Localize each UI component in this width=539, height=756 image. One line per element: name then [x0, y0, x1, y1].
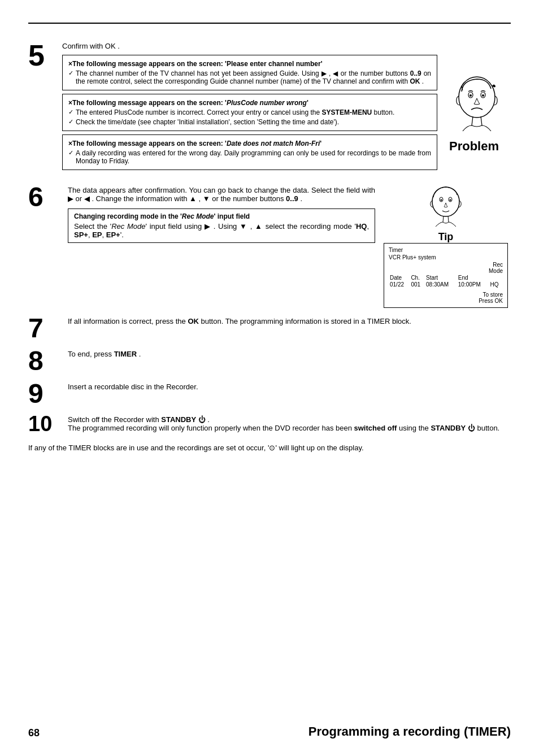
step6-content: The data appears after confirmation. You…: [68, 184, 375, 246]
warning-box-3: ×The following message appears on the sc…: [62, 134, 437, 170]
warning3-title: ×The following message appears on the sc…: [68, 140, 431, 147]
svg-line-13: [448, 216, 449, 222]
checkmark-icon-3: ✓: [68, 118, 73, 126]
step8-number: 8: [28, 347, 62, 375]
step7-block: 7 If all information is correct, press t…: [28, 315, 511, 342]
svg-point-4: [482, 94, 484, 97]
step7-number: 7: [28, 315, 62, 342]
step7-content: If all information is correct, press the…: [68, 315, 511, 342]
step5-left: 5 Confirm with OK . ×The following messa…: [28, 41, 437, 173]
step10-line1: Switch off the Recorder with STANDBY ⏻ .: [68, 415, 511, 424]
step6-area: 6 The data appears after confirmation. Y…: [28, 184, 375, 308]
timer-mode: HQ: [489, 281, 503, 288]
footer-title: Programming a recording (TIMER): [308, 724, 511, 739]
rec-mode-header: RecMode: [389, 262, 503, 274]
warning1-item1: ✓ The channel number of the TV channel h…: [68, 69, 431, 85]
checkmark-icon-4: ✓: [68, 149, 73, 165]
footer-page-number: 68: [28, 727, 40, 739]
svg-point-10: [441, 199, 442, 201]
step7-text: If all information is correct, press the…: [68, 317, 511, 325]
step10-block: 10 Switch off the Recorder with STANDBY …: [28, 413, 511, 435]
svg-line-5: [472, 116, 473, 125]
timer-box: Timer VCR Plus+ system RecMode Date Ch. …: [384, 243, 508, 308]
step10-line2: The programmed recording will only funct…: [68, 424, 511, 432]
warning2-item2: ✓ Check the time/date (see chapter 'Init…: [68, 118, 431, 126]
tip-info-text: Select the 'Rec Mode' input field using …: [74, 222, 369, 239]
step6-text: The data appears after confirmation. You…: [68, 186, 375, 203]
svg-line-12: [443, 216, 444, 222]
tip-label: Tip: [438, 231, 454, 243]
step6-number: 6: [28, 184, 62, 246]
step5-confirm: Confirm with OK .: [62, 42, 437, 50]
step8-text: To end, press TIMER .: [68, 350, 511, 358]
right-side-panels: Tip Timer VCR Plus+ system RecMode Date …: [381, 184, 511, 308]
problem-label: Problem: [449, 139, 499, 154]
timer-col-date: Date: [389, 275, 410, 281]
disclaimer: If any of the TIMER blocks are in use an…: [28, 444, 379, 452]
timer-date: 01/22: [389, 281, 410, 288]
timer-col-end: End: [457, 275, 489, 281]
svg-point-0: [459, 77, 495, 118]
top-rule: [28, 23, 511, 24]
timer-title2: VCR Plus+ system: [389, 254, 503, 260]
svg-point-11: [450, 199, 451, 201]
tip-info-title: Changing recording mode in the 'Rec Mode…: [74, 212, 369, 220]
step6-block: 6 The data appears after confirmation. Y…: [28, 184, 375, 246]
step10-number: 10: [28, 413, 62, 435]
checkmark-icon: ✓: [68, 69, 73, 85]
timer-title1: Timer: [389, 247, 503, 253]
step9-text: Insert a recordable disc in the Recorder…: [68, 383, 511, 391]
step5-number: 5: [28, 41, 62, 173]
timer-row: 01/22 001 08:30AM 10:00PM HQ: [389, 281, 503, 288]
tip-panel: Tip: [423, 184, 468, 243]
timer-col-start: Start: [425, 275, 457, 281]
step5-content: Confirm with OK . ×The following message…: [62, 41, 437, 173]
to-store-text: To storePress OK: [389, 292, 503, 304]
step8-block: 8 To end, press TIMER .: [28, 347, 511, 375]
problem-face-illustration: [446, 75, 502, 137]
tip-info-box: Changing recording mode in the 'Rec Mode…: [68, 208, 375, 243]
warning1-title: ×The following message appears on the sc…: [68, 60, 431, 68]
step6-tip-area: 6 The data appears after confirmation. Y…: [28, 184, 511, 308]
step5-block: 5 Confirm with OK . ×The following messa…: [28, 41, 511, 173]
step10-content: Switch off the Recorder with STANDBY ⏻ .…: [68, 413, 511, 435]
timer-end: 10:00PM: [457, 281, 489, 288]
warning2-title: ×The following message appears on the sc…: [68, 99, 431, 107]
warning-box-2: ×The following message appears on the sc…: [62, 94, 437, 131]
step9-block: 9 Insert a recordable disc in the Record…: [28, 380, 511, 407]
timer-ch: 001: [410, 281, 425, 288]
checkmark-icon-2: ✓: [68, 108, 73, 116]
warning2-item1: ✓ The entered PlusCode number is incorre…: [68, 108, 431, 116]
page-container: 5 Confirm with OK . ×The following messa…: [0, 0, 539, 756]
step9-content: Insert a recordable disc in the Recorder…: [68, 380, 511, 407]
timer-col-ch: Ch.: [410, 275, 425, 281]
step8-content: To end, press TIMER .: [68, 347, 511, 375]
timer-start: 08:30AM: [425, 281, 457, 288]
timer-col-mode: [489, 275, 503, 281]
step9-number: 9: [28, 380, 62, 407]
problem-panel: Problem: [437, 41, 511, 173]
warning-box-1: ×The following message appears on the sc…: [62, 55, 437, 90]
svg-point-3: [470, 94, 472, 97]
footer: 68 Programming a recording (TIMER): [28, 724, 511, 739]
timer-table: Date Ch. Start End 01/22 001 08:30AM 10:…: [389, 275, 503, 288]
svg-line-6: [481, 116, 482, 125]
tip-face-illustration: [423, 184, 468, 229]
warning3-item1: ✓ A daily recording was entered for the …: [68, 149, 431, 165]
